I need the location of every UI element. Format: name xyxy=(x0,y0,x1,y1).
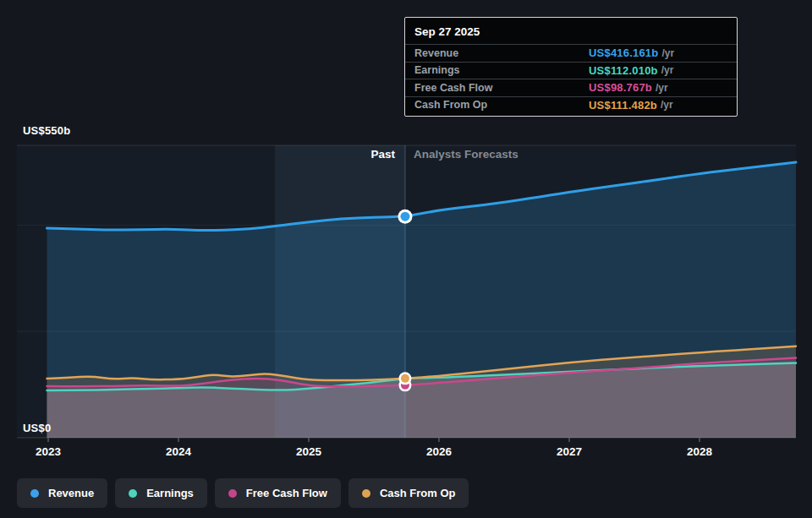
x-axis-label-2027: 2027 xyxy=(557,445,582,458)
cash-from-op-marker xyxy=(401,374,409,383)
legend-dot-icon xyxy=(30,489,39,498)
x-axis-label-2028: 2028 xyxy=(687,445,712,458)
legend-item-revenue[interactable]: Revenue xyxy=(17,478,107,508)
past-year-highlight-band xyxy=(275,145,405,438)
y-axis-zero-label: US$0 xyxy=(23,422,51,434)
tooltip-label: Earnings xyxy=(414,64,589,76)
legend-dot-icon xyxy=(362,489,370,498)
tooltip-value: US$98.767b xyxy=(589,81,652,94)
tooltip-row-revenue: RevenueUS$416.161b/yr xyxy=(405,44,737,62)
legend-item-cash-from-op[interactable]: Cash From Op xyxy=(348,478,469,508)
tooltip-row-cash-from-op: Cash From OpUS$111.482b/yr xyxy=(405,96,737,114)
tooltip-value-suffix: /yr xyxy=(661,99,673,111)
x-axis-label-2024: 2024 xyxy=(166,445,191,458)
tooltip-row-free-cash-flow: Free Cash FlowUS$98.767b/yr xyxy=(405,79,737,96)
tooltip-value-suffix: /yr xyxy=(661,47,674,59)
legend-label: Revenue xyxy=(48,487,94,499)
tooltip-label: Free Cash Flow xyxy=(414,82,589,94)
tooltip-label: Cash From Op xyxy=(414,99,589,111)
tooltip-value: US$112.010b xyxy=(589,64,658,77)
legend-item-free-cash-flow[interactable]: Free Cash Flow xyxy=(215,478,341,508)
legend-label: Earnings xyxy=(146,487,194,499)
x-axis-label-2025: 2025 xyxy=(296,445,321,458)
legend-item-earnings[interactable]: Earnings xyxy=(115,478,207,508)
tooltip-date: Sep 27 2025 xyxy=(405,23,737,44)
tooltip-label: Revenue xyxy=(414,47,589,59)
y-axis-top-label: US$550b xyxy=(23,124,70,137)
legend-label: Free Cash Flow xyxy=(246,487,327,499)
x-axis-label-2026: 2026 xyxy=(426,445,452,458)
legend-dot-icon xyxy=(228,489,237,498)
chart-legend: RevenueEarningsFree Cash FlowCash From O… xyxy=(17,478,469,508)
earnings-revenue-growth-chart: US$550b US$0 Past Analysts Forecasts 202… xyxy=(0,0,812,518)
legend-label: Cash From Op xyxy=(380,487,456,499)
tooltip-value-suffix: /yr xyxy=(661,64,674,76)
analysts-forecasts-label: Analysts Forecasts xyxy=(414,148,518,161)
revenue-marker xyxy=(400,212,409,221)
hover-tooltip: Sep 27 2025 RevenueUS$416.161b/yrEarning… xyxy=(404,17,738,117)
tooltip-value: US$416.161b xyxy=(589,46,658,59)
past-label: Past xyxy=(370,148,395,161)
tooltip-value-suffix: /yr xyxy=(656,82,668,94)
tooltip-value: US$111.482b xyxy=(589,99,657,112)
x-axis-label-2023: 2023 xyxy=(36,445,61,458)
tooltip-row-earnings: EarningsUS$112.010b/yr xyxy=(405,62,737,79)
legend-dot-icon xyxy=(129,489,137,498)
